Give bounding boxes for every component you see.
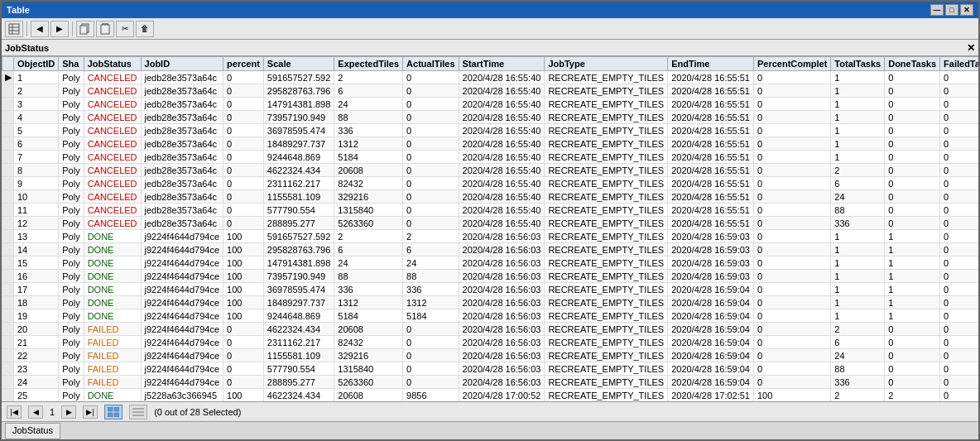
table-row[interactable]: 8PolyCANCELEDjedb28e3573a64c04622324.434… <box>2 164 979 177</box>
table-row[interactable]: 7PolyCANCELEDjedb28e3573a64c09244648.869… <box>2 151 979 164</box>
table-cell: Poly <box>59 256 84 270</box>
table-row[interactable]: 18PolyDONEj9224f4644d794ce10018489297.73… <box>2 296 979 309</box>
col-objectid[interactable]: ObjectID <box>14 57 59 71</box>
table-cell: 0 <box>403 204 459 217</box>
table-cell: j9224f4644d794ce <box>141 323 223 336</box>
table-row[interactable]: 23PolyFAILEDj9224f4644d794ce0577790.5541… <box>2 362 979 376</box>
table-cell: jedb28e3573a64c <box>141 151 223 164</box>
table-cell: 100 <box>223 256 264 270</box>
minimize-button[interactable]: — <box>930 4 944 16</box>
col-starttime[interactable]: StartTime <box>459 57 545 71</box>
table-row[interactable]: 15PolyDONEj9224f4644d794ce100147914381.8… <box>2 256 979 270</box>
table-row[interactable]: 16PolyDONEj9224f4644d794ce10073957190.94… <box>2 270 979 283</box>
tool-copy-button[interactable] <box>76 21 94 37</box>
table-cell: 1315840 <box>334 204 403 217</box>
table-row[interactable]: ▶1PolyCANCELEDjedb28e3573a64c0591657527.… <box>2 71 979 84</box>
table-row[interactable]: 25PolyDONEj5228a63c3669451004622324.4342… <box>2 389 979 402</box>
table-cell: 0 <box>403 98 459 111</box>
table-cell: 0 <box>753 204 830 217</box>
last-page-button[interactable]: ▶| <box>83 405 98 419</box>
table-cell: jedb28e3573a64c <box>141 111 223 124</box>
table-cell: 2020/4/28 16:59:03 <box>668 230 754 243</box>
table-cell: jedb28e3573a64c <box>141 164 223 177</box>
close-button[interactable]: ✕ <box>960 4 973 16</box>
table-container[interactable]: ObjectID Sha JobStatus JobID percent Sca… <box>2 56 978 401</box>
col-jobstatus[interactable]: JobStatus <box>84 57 141 71</box>
table-cell: 2 <box>831 164 885 177</box>
table-cell: 1 <box>885 243 940 256</box>
table-row[interactable]: 9PolyCANCELEDjedb28e3573a64c02311162.217… <box>2 177 979 190</box>
prev-page-button[interactable]: ◀ <box>28 405 43 419</box>
table-row[interactable]: 6PolyCANCELEDjedb28e3573a64c018489297.73… <box>2 137 979 151</box>
table-cell: RECREATE_EMPTY_TILES <box>545 137 668 151</box>
col-sha[interactable]: Sha <box>59 57 84 71</box>
table-cell: 2020/4/28 16:55:51 <box>668 204 754 217</box>
table-row[interactable]: 11PolyCANCELEDjedb28e3573a64c0577790.554… <box>2 204 979 217</box>
table-row[interactable]: 5PolyCANCELEDjedb28e3573a64c036978595.47… <box>2 124 979 137</box>
table-row[interactable]: 22PolyFAILEDj9224f4644d794ce01155581.109… <box>2 349 979 362</box>
table-row[interactable]: 10PolyCANCELEDjedb28e3573a64c01155581.10… <box>2 190 979 204</box>
table-cell: 1 <box>831 230 885 243</box>
col-percent[interactable]: percent <box>223 57 264 71</box>
first-page-button[interactable]: |◀ <box>7 405 22 419</box>
table-row[interactable]: 19PolyDONEj9224f4644d794ce1009244648.869… <box>2 309 979 323</box>
table-cell: FAILED <box>84 376 141 389</box>
table-cell: 1 <box>14 71 59 84</box>
col-failedtask[interactable]: FailedTask <box>940 57 978 71</box>
svg-rect-7 <box>101 25 109 34</box>
table-cell: RECREATE_EMPTY_TILES <box>545 376 668 389</box>
table-cell: 2020/4/28 16:56:03 <box>459 349 545 362</box>
col-actualtiles[interactable]: ActualTiles <box>403 57 459 71</box>
table-cell: Poly <box>59 230 84 243</box>
tool-table-button[interactable] <box>5 21 23 37</box>
col-percentcomplete[interactable]: PercentComplet <box>753 57 830 71</box>
table-cell <box>2 389 14 402</box>
svg-rect-14 <box>132 415 144 416</box>
col-jobid[interactable]: JobID <box>141 57 223 71</box>
next-page-button[interactable]: ▶ <box>61 405 76 419</box>
table-row[interactable]: 4PolyCANCELEDjedb28e3573a64c073957190.94… <box>2 111 979 124</box>
table-row[interactable]: 17PolyDONEj9224f4644d794ce10036978595.47… <box>2 283 979 296</box>
selection-info: (0 out of 28 Selected) <box>154 407 241 417</box>
table-cell: 1155581.109 <box>263 190 334 204</box>
svg-rect-8 <box>108 407 113 411</box>
tool-paste-button[interactable] <box>96 21 114 37</box>
table-cell: 20608 <box>334 323 403 336</box>
table-row[interactable]: 12PolyCANCELEDjedb28e3573a64c0288895.277… <box>2 217 979 230</box>
tool-next-button[interactable]: ▶ <box>50 21 69 37</box>
table-cell: 73957190.949 <box>263 270 334 283</box>
table-cell: 18489297.737 <box>263 296 334 309</box>
table-row[interactable]: 24PolyFAILEDj9224f4644d794ce0288895.2775… <box>2 376 979 389</box>
table-cell: CANCELED <box>84 84 141 98</box>
table-cell: 36978595.474 <box>263 283 334 296</box>
table-row[interactable]: 2PolyCANCELEDjedb28e3573a64c0295828763.7… <box>2 84 979 98</box>
col-donetasks[interactable]: DoneTasks <box>885 57 940 71</box>
table-row[interactable]: 14PolyDONEj9224f4644d794ce100295828763.7… <box>2 243 979 256</box>
col-expectedtiles[interactable]: ExpectedTiles <box>334 57 403 71</box>
table-row[interactable]: 3PolyCANCELEDjedb28e3573a64c0147914381.8… <box>2 98 979 111</box>
table-cell: jedb28e3573a64c <box>141 177 223 190</box>
tool-cut-button[interactable]: ✂ <box>116 21 134 37</box>
jobstatus-tab[interactable]: JobStatus <box>5 423 60 439</box>
table-cell: 2020/4/28 16:55:51 <box>668 111 754 124</box>
table-cell: 18489297.737 <box>263 137 334 151</box>
maximize-button[interactable]: □ <box>945 4 958 16</box>
tool-prev-button[interactable]: ◀ <box>31 21 49 37</box>
table-cell: FAILED <box>84 362 141 376</box>
table-cell: 10 <box>14 190 59 204</box>
jobstatus-close-button[interactable]: ✕ <box>967 42 975 54</box>
table-row[interactable]: 20PolyFAILEDj9224f4644d794ce04622324.434… <box>2 323 979 336</box>
col-endtime[interactable]: EndTime <box>668 57 754 71</box>
col-indicator[interactable] <box>2 57 14 71</box>
col-totaltasks[interactable]: TotalTasks <box>831 57 885 71</box>
table-row[interactable]: 13PolyDONEj9224f4644d794ce100591657527.5… <box>2 230 979 243</box>
col-scale[interactable]: Scale <box>263 57 334 71</box>
tool-delete-button[interactable]: 🗑 <box>136 21 154 37</box>
list-view-button[interactable] <box>129 405 147 419</box>
table-cell: 0 <box>753 217 830 230</box>
table-row[interactable]: 21PolyFAILEDj9224f4644d794ce02311162.217… <box>2 336 979 349</box>
table-cell: 2020/4/28 16:59:04 <box>668 362 754 376</box>
col-jobtype[interactable]: JobType <box>545 57 668 71</box>
table-cell: Poly <box>59 296 84 309</box>
grid-view-button[interactable] <box>104 405 122 419</box>
